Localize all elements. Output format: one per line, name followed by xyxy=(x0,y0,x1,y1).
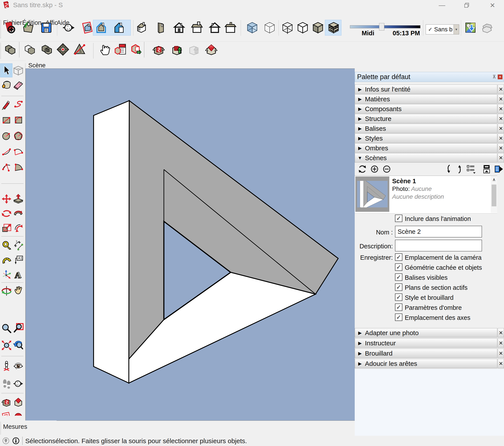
protractor-icon[interactable] xyxy=(1,254,12,266)
section-tags[interactable]: ▶Balises xyxy=(355,124,497,133)
extension-warehouse-tool-icon[interactable] xyxy=(13,396,24,408)
split-icon[interactable] xyxy=(72,42,87,57)
rotate-icon[interactable] xyxy=(1,207,12,220)
style-xray-icon[interactable] xyxy=(245,20,259,35)
orbit-icon[interactable] xyxy=(1,285,12,297)
move-scene-up-icon[interactable] xyxy=(454,164,465,174)
toggle-terrain-icon[interactable] xyxy=(480,20,494,35)
section-materials[interactable]: ▶Matières xyxy=(355,94,497,104)
axes-icon[interactable] xyxy=(1,269,12,281)
move-scene-icon[interactable] xyxy=(481,164,492,174)
view-options-icon[interactable] xyxy=(466,164,477,174)
push-pull-icon[interactable] xyxy=(13,193,24,205)
show-details-icon[interactable] xyxy=(494,164,504,174)
toolbar-grip[interactable] xyxy=(0,43,2,59)
scene-thumbnail[interactable] xyxy=(355,176,389,212)
section-close-button[interactable]: ✕ xyxy=(498,124,504,133)
follow-me-icon[interactable] xyxy=(13,207,24,220)
arc-2point-icon[interactable] xyxy=(1,145,12,158)
combo-arrow-icon[interactable]: ▼ xyxy=(453,25,459,34)
section-entity-info[interactable]: ▶Infos sur l'entité xyxy=(355,85,497,94)
pan-icon[interactable] xyxy=(13,285,24,297)
section-components[interactable]: ▶Composants xyxy=(355,104,497,114)
save-style-fog-checkbox[interactable]: ✓ xyxy=(395,293,402,301)
section-outliner[interactable]: ▶Structure xyxy=(355,114,497,123)
line-icon[interactable] xyxy=(1,98,12,111)
toolbar-grip[interactable] xyxy=(0,20,2,38)
share-model-icon[interactable] xyxy=(170,42,184,57)
include-animation-checkbox[interactable]: ✓ xyxy=(395,215,402,222)
style-wireframe-icon[interactable] xyxy=(280,20,295,35)
open-folder-icon[interactable] xyxy=(21,20,36,35)
model-canvas[interactable] xyxy=(26,69,355,421)
scene-scrollbar[interactable]: ∧ xyxy=(491,176,497,213)
style-hidden-line-icon[interactable] xyxy=(296,20,310,35)
section-fog[interactable]: ▶Brouillard xyxy=(355,349,497,358)
section-styles[interactable]: ▶Styles xyxy=(355,134,497,143)
section-soften-edges[interactable]: ▶Adoucir les arêtes xyxy=(355,359,497,368)
scene-tab[interactable]: Scène xyxy=(28,62,45,69)
section-scenes[interactable]: ▼Scènes xyxy=(355,153,497,163)
zoom-extents-icon[interactable] xyxy=(1,339,12,352)
tray-header[interactable]: Palette par défaut ⊼ ✕ xyxy=(355,72,504,82)
move-scene-down-icon[interactable] xyxy=(443,164,454,174)
save-icon[interactable] xyxy=(39,20,54,35)
view-iso-icon[interactable] xyxy=(135,20,149,35)
section-match-photo[interactable]: ▶Adapter une photo xyxy=(355,328,497,337)
close-button[interactable]: ✕ xyxy=(485,1,500,10)
share-component-icon[interactable] xyxy=(187,42,201,57)
3d-text-icon[interactable]: AA xyxy=(13,269,24,281)
save-visible-tags-checkbox[interactable]: ✓ xyxy=(395,273,402,281)
style-back-edges-icon[interactable] xyxy=(262,20,277,35)
freehand-icon[interactable] xyxy=(13,98,24,111)
zoom-window-icon[interactable] xyxy=(13,322,24,335)
style-combo[interactable]: ✓ Sans b ▼ xyxy=(426,24,459,34)
select-icon[interactable] xyxy=(1,64,12,77)
style-textured-icon[interactable] xyxy=(326,20,341,35)
section-close-button[interactable]: ✕ xyxy=(498,328,504,337)
scale-icon[interactable] xyxy=(1,221,12,234)
section-close-button[interactable]: ✕ xyxy=(498,104,504,114)
component-attributes-icon[interactable] xyxy=(129,42,143,57)
tray-close-icon[interactable]: ✕ xyxy=(498,75,503,79)
circle-icon[interactable] xyxy=(1,129,12,142)
geolocation-icon[interactable] xyxy=(2,437,10,445)
view-left-icon[interactable] xyxy=(223,20,238,35)
new-file-icon[interactable] xyxy=(3,20,17,35)
measurements-grip[interactable] xyxy=(0,422,2,434)
section-instructor[interactable]: ▶Instructeur xyxy=(355,338,497,348)
shadow-slider-track[interactable] xyxy=(350,25,420,28)
view-front-icon[interactable] xyxy=(172,20,186,35)
scroll-thumb[interactable] xyxy=(492,185,496,206)
look-around-icon[interactable] xyxy=(13,360,24,372)
outer-shell-icon[interactable] xyxy=(3,42,18,57)
section-close-button[interactable]: ✕ xyxy=(498,359,504,368)
get-models-icon[interactable] xyxy=(151,42,166,57)
shadow-slider-thumb[interactable] xyxy=(379,23,384,31)
toolbar-grip[interactable] xyxy=(93,43,94,58)
previous-view-icon[interactable] xyxy=(13,339,24,352)
view-right-icon[interactable] xyxy=(190,20,204,35)
text-icon[interactable]: A1 xyxy=(13,254,24,266)
add-location-icon[interactable] xyxy=(464,20,478,35)
rectangle-icon[interactable] xyxy=(1,114,12,126)
section-close-button[interactable]: ✕ xyxy=(498,153,504,163)
display-section-cuts-icon[interactable] xyxy=(94,20,108,35)
save-shadow-settings-checkbox[interactable]: ✓ xyxy=(395,304,402,311)
style-builder-icon[interactable] xyxy=(13,410,24,416)
interact-icon[interactable] xyxy=(97,42,112,57)
walk-icon[interactable] xyxy=(1,377,12,390)
3d-warehouse-icon[interactable] xyxy=(1,396,12,408)
pie-icon[interactable] xyxy=(13,161,24,174)
arc-3point-icon[interactable] xyxy=(1,161,12,174)
scroll-up-icon[interactable]: ∧ xyxy=(491,176,497,183)
component-options-icon[interactable] xyxy=(113,42,127,57)
refresh-scene-icon[interactable] xyxy=(357,164,368,174)
rotated-rectangle-icon[interactable] xyxy=(13,114,24,126)
position-camera-icon[interactable] xyxy=(1,360,12,372)
pin-icon[interactable]: ⊼ xyxy=(492,74,496,80)
save-axes-location-checkbox[interactable]: ✓ xyxy=(395,313,402,321)
display-section-fill-icon[interactable] xyxy=(112,20,126,35)
eraser-icon[interactable]: pink xyxy=(13,79,24,92)
polygon-icon[interactable] xyxy=(13,129,24,142)
